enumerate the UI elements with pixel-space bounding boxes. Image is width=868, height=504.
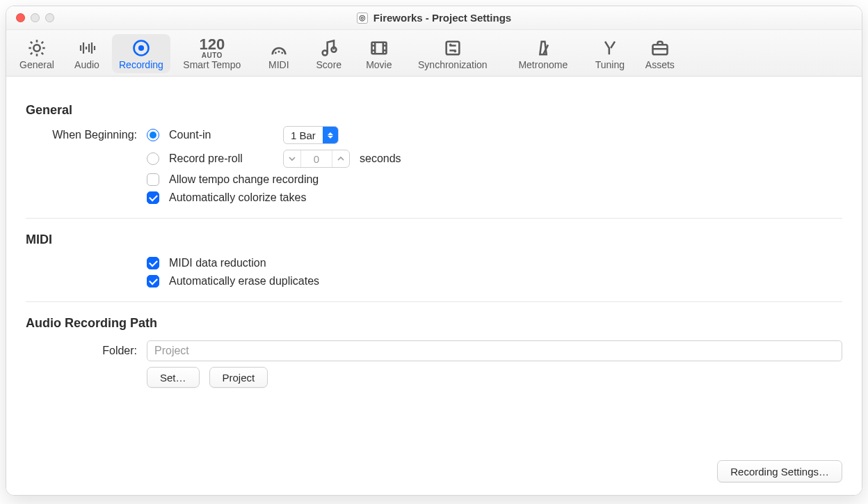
tab-midi-label: MIDI — [268, 59, 289, 70]
film-icon — [369, 38, 389, 58]
tab-score[interactable]: Score — [304, 34, 354, 73]
tab-synchronization[interactable]: Synchronization — [404, 34, 501, 73]
set-folder-button[interactable]: Set… — [147, 367, 200, 388]
tab-tuning[interactable]: Tuning — [585, 34, 635, 73]
auto-colorize-label: Automatically colorize takes — [169, 191, 306, 204]
allow-tempo-change-label: Allow tempo change recording — [169, 173, 319, 186]
radio-count-in[interactable] — [147, 129, 159, 141]
tab-score-label: Score — [316, 59, 342, 70]
folder-label: Folder: — [26, 345, 137, 357]
tab-recording-label: Recording — [119, 59, 163, 70]
project-folder-button[interactable]: Project — [209, 367, 268, 388]
divider — [26, 218, 842, 219]
smart-tempo-icon: 120 AUTO — [199, 38, 225, 58]
folder-path-value: Project — [154, 345, 189, 357]
stepper-down-icon[interactable] — [284, 150, 300, 167]
zoom-window-button[interactable] — [45, 13, 54, 22]
tab-audio-label: Audio — [74, 59, 99, 70]
toolbar: General Audio Recording 120 AUTO Smart — [6, 30, 862, 77]
tuning-fork-icon — [600, 38, 620, 58]
tab-smart-tempo[interactable]: 120 AUTO Smart Tempo — [170, 34, 254, 73]
stepper-up-icon[interactable] — [332, 150, 349, 167]
window-title-text: Fireworks - Project Settings — [373, 12, 511, 24]
section-title-midi: MIDI — [26, 233, 842, 247]
auto-erase-duplicates-label: Automatically erase duplicates — [169, 275, 319, 288]
midi-icon — [269, 38, 289, 58]
checkbox-midi-data-reduction[interactable] — [147, 257, 159, 269]
tab-metronome-label: Metronome — [518, 59, 568, 70]
preroll-value: 0 — [300, 150, 332, 167]
tab-sync-label: Synchronization — [418, 59, 488, 70]
window-traffic-lights — [6, 13, 54, 22]
tab-movie-label: Movie — [366, 59, 392, 70]
folder-path-field[interactable]: Project — [147, 340, 842, 361]
section-title-audio-path: Audio Recording Path — [26, 316, 842, 331]
score-icon — [319, 38, 339, 58]
chevron-up-down-icon — [323, 127, 338, 143]
tab-tuning-label: Tuning — [595, 59, 625, 70]
section-title-general: General — [26, 103, 842, 118]
tab-recording[interactable]: Recording — [112, 34, 170, 73]
gear-icon — [27, 38, 47, 58]
tab-movie[interactable]: Movie — [354, 34, 404, 73]
svg-rect-9 — [446, 42, 459, 55]
count-in-popup[interactable]: 1 Bar — [283, 126, 339, 144]
svg-point-0 — [33, 45, 40, 51]
waveform-icon — [77, 38, 97, 58]
svg-point-2 — [138, 45, 144, 51]
count-in-value: 1 Bar — [284, 129, 323, 141]
tab-assets[interactable]: Assets — [635, 34, 685, 73]
radio-preroll-label: Record pre-roll — [169, 152, 273, 165]
tab-smart-tempo-label: Smart Tempo — [183, 59, 241, 70]
svg-point-7 — [331, 47, 336, 52]
radio-record-preroll[interactable] — [147, 152, 159, 165]
recording-settings-button[interactable]: Recording Settings… — [717, 460, 842, 482]
project-settings-window: ◎ Fireworks - Project Settings General A… — [6, 6, 862, 496]
when-beginning-label: When Beginning: — [26, 129, 137, 141]
tab-midi[interactable]: MIDI — [254, 34, 304, 73]
svg-point-4 — [278, 51, 280, 53]
preroll-seconds-stepper[interactable]: 0 — [283, 150, 350, 168]
checkbox-allow-tempo-change[interactable] — [147, 173, 159, 186]
metronome-icon — [533, 38, 553, 58]
window-title: ◎ Fireworks - Project Settings — [6, 12, 862, 24]
tab-metronome[interactable]: Metronome — [501, 34, 585, 73]
tab-audio[interactable]: Audio — [62, 34, 112, 73]
divider — [26, 301, 842, 302]
close-window-button[interactable] — [16, 13, 25, 22]
preroll-unit-label: seconds — [360, 152, 401, 165]
midi-data-reduction-label: MIDI data reduction — [169, 257, 266, 269]
checkbox-auto-erase-duplicates[interactable] — [147, 275, 159, 288]
sync-icon — [443, 38, 463, 58]
content-area: General When Beginning: Count-in 1 Bar R… — [6, 77, 862, 495]
titlebar: ◎ Fireworks - Project Settings — [6, 6, 862, 30]
record-icon — [131, 38, 151, 58]
tab-general-label: General — [19, 59, 54, 70]
svg-point-5 — [281, 52, 283, 54]
tab-general[interactable]: General — [12, 34, 62, 73]
project-icon: ◎ — [357, 13, 368, 24]
radio-count-in-label: Count-in — [169, 129, 273, 141]
tab-assets-label: Assets — [645, 59, 675, 70]
minimize-window-button[interactable] — [31, 13, 40, 22]
svg-point-3 — [275, 52, 277, 54]
svg-rect-8 — [371, 42, 386, 54]
checkbox-auto-colorize-takes[interactable] — [147, 191, 159, 204]
briefcase-icon — [650, 38, 670, 58]
